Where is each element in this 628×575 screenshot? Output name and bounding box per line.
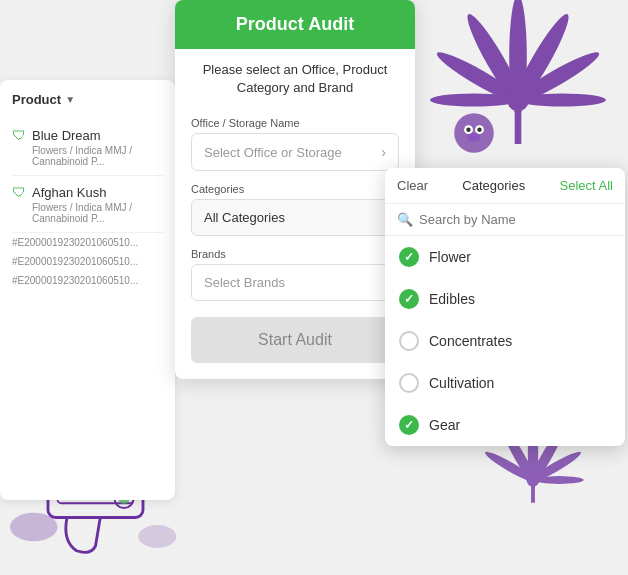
product-code: #E2000019230201060510... (12, 271, 163, 290)
dropdown-search-container: 🔍 (385, 204, 625, 236)
product-subtitle: Flowers / Indica MMJ / Cannabinoid P... (32, 202, 163, 224)
office-label: Office / Storage Name (191, 117, 399, 129)
category-label: Cultivation (429, 375, 494, 391)
svg-point-6 (430, 93, 518, 106)
product-name: 🛡 Blue Dream (12, 127, 163, 143)
product-subtitle: Flowers / Indica MMJ / Cannabinoid P... (32, 145, 163, 167)
checked-icon (399, 247, 419, 267)
modal-title: Product Audit (175, 0, 415, 49)
select-all-button[interactable]: Select All (560, 178, 613, 193)
product-list-panel: Product ▼ 🛡 Blue Dream Flowers / Indica … (0, 80, 175, 500)
brands-placeholder: Select Brands (204, 275, 285, 290)
dropdown-title: Categories (462, 178, 525, 193)
search-icon: 🔍 (397, 212, 413, 227)
dropdown-header: Clear Categories Select All (385, 168, 625, 204)
product-header-label: Product (12, 92, 61, 107)
checked-icon (399, 415, 419, 435)
start-audit-button[interactable]: Start Audit (191, 317, 399, 363)
list-item[interactable]: 🛡 Blue Dream Flowers / Indica MMJ / Cann… (12, 119, 163, 176)
category-item-cultivation[interactable]: Cultivation (385, 362, 625, 404)
svg-point-13 (477, 128, 481, 132)
svg-point-5 (518, 93, 606, 106)
categories-dropdown: Clear Categories Select All 🔍 Flower Edi… (385, 168, 625, 446)
svg-point-20 (534, 476, 583, 484)
product-code: #E2000019230201060510... (12, 233, 163, 252)
unchecked-icon (399, 331, 419, 351)
svg-point-12 (466, 128, 470, 132)
product-code: #E2000019230201060510... (12, 252, 163, 271)
category-item-edibles[interactable]: Edibles (385, 278, 625, 320)
product-list-header: Product ▼ (12, 92, 163, 107)
svg-rect-22 (531, 480, 535, 503)
category-label: Edibles (429, 291, 475, 307)
svg-point-36 (138, 525, 176, 548)
category-label: Flower (429, 249, 471, 265)
unchecked-icon (399, 373, 419, 393)
category-label: Gear (429, 417, 460, 433)
sort-icon[interactable]: ▼ (65, 94, 75, 105)
svg-rect-8 (515, 100, 522, 144)
office-storage-select[interactable]: Select Office or Storage › (191, 133, 399, 171)
office-placeholder: Select Office or Storage (204, 145, 342, 160)
product-name: 🛡 Afghan Kush (12, 184, 163, 200)
search-input[interactable] (419, 212, 613, 227)
category-label: Concentrates (429, 333, 512, 349)
modal-body: Office / Storage Name Select Office or S… (175, 117, 415, 379)
checked-icon (399, 289, 419, 309)
product-audit-modal: Product Audit Please select an Office, P… (175, 0, 415, 379)
leaf-icon: 🛡 (12, 184, 26, 200)
leaf-icon: 🛡 (12, 127, 26, 143)
categories-label: Categories (191, 183, 399, 195)
svg-point-35 (10, 513, 58, 542)
chevron-right-icon: › (381, 144, 386, 160)
category-item-concentrates[interactable]: Concentrates (385, 320, 625, 362)
brands-select[interactable]: Select Brands (191, 264, 399, 301)
brands-label: Brands (191, 248, 399, 260)
clear-button[interactable]: Clear (397, 178, 428, 193)
category-item-gear[interactable]: Gear (385, 404, 625, 446)
category-item-flower[interactable]: Flower (385, 236, 625, 278)
list-item[interactable]: 🛡 Afghan Kush Flowers / Indica MMJ / Can… (12, 176, 163, 233)
categories-display[interactable]: All Categories (191, 199, 399, 236)
svg-point-14 (467, 133, 480, 142)
modal-subtitle: Please select an Office, Product Categor… (175, 49, 415, 105)
